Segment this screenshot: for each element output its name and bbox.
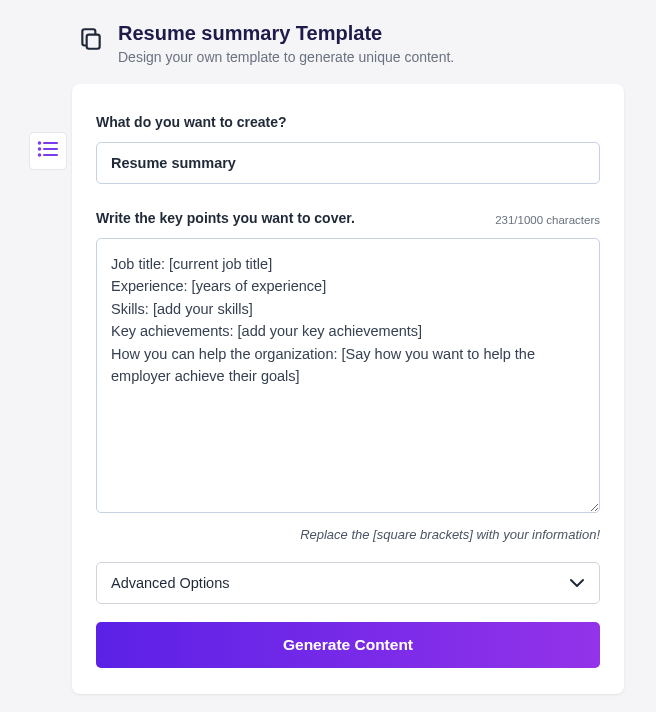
keypoints-field-label: Write the key points you want to cover. xyxy=(96,210,355,226)
character-count: 231/1000 characters xyxy=(495,214,600,226)
keypoints-textarea[interactable] xyxy=(96,238,600,513)
svg-point-5 xyxy=(39,154,41,156)
list-menu-button[interactable] xyxy=(29,132,67,170)
chevron-down-icon xyxy=(569,575,585,591)
page-header: Resume summary Template Design your own … xyxy=(0,0,656,65)
copy-icon xyxy=(78,26,104,52)
page-title: Resume summary Template xyxy=(118,22,454,45)
svg-rect-0 xyxy=(87,35,100,49)
create-field-label: What do you want to create? xyxy=(96,114,600,130)
page-subtitle: Design your own template to generate uni… xyxy=(118,49,454,65)
form-card: What do you want to create? Write the ke… xyxy=(72,84,624,694)
svg-point-3 xyxy=(39,148,41,150)
hint-text: Replace the [square brackets] with your … xyxy=(96,527,600,542)
generate-content-button[interactable]: Generate Content xyxy=(96,622,600,668)
list-icon xyxy=(37,140,59,162)
advanced-options-label: Advanced Options xyxy=(111,575,230,591)
advanced-options-toggle[interactable]: Advanced Options xyxy=(96,562,600,604)
create-input[interactable] xyxy=(96,142,600,184)
svg-point-1 xyxy=(39,142,41,144)
